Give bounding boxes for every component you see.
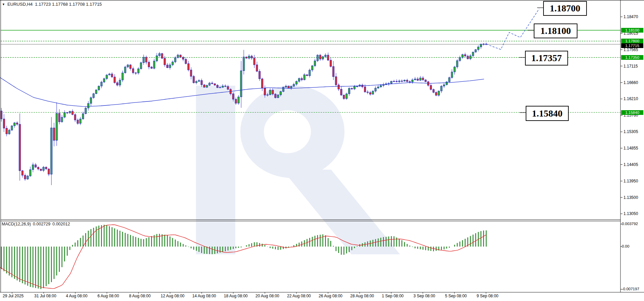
candle-body — [348, 88, 350, 94]
candle-body — [464, 54, 466, 56]
candle-body — [322, 56, 324, 59]
candle-body — [435, 92, 437, 95]
candle-body — [211, 83, 213, 84]
candle-body — [119, 80, 121, 85]
candle-body — [346, 94, 348, 98]
candle-body — [470, 56, 471, 59]
candle-body — [82, 114, 84, 119]
candle-body — [19, 124, 21, 171]
candle-body — [356, 86, 358, 87]
candle-body — [301, 79, 303, 80]
candle-body — [272, 90, 274, 94]
candle-body — [335, 77, 337, 85]
candle-body — [391, 81, 392, 84]
candle-body — [16, 123, 18, 124]
candle-body — [375, 88, 376, 91]
candle-body — [206, 85, 208, 87]
candle-body — [298, 79, 300, 82]
candle-body — [332, 67, 334, 77]
candle-body — [309, 70, 311, 76]
forecast-projection-line[interactable] — [486, 9, 539, 49]
candle-body — [22, 171, 23, 175]
candle-body — [414, 79, 416, 80]
ohlc-values: 1.17723 1.17768 1.17708 1.17715 — [35, 2, 102, 7]
candle-body — [32, 165, 34, 170]
candle-body — [127, 65, 129, 67]
candle-body — [372, 91, 374, 94]
candle-body — [24, 175, 26, 179]
candle-body — [40, 169, 42, 170]
candle-body — [45, 167, 47, 169]
candle-body — [219, 87, 221, 88]
candle-body — [288, 86, 289, 88]
candle-body — [140, 62, 142, 69]
candle-body — [201, 81, 202, 85]
candle-body — [72, 111, 73, 115]
macd-signal-line — [0, 225, 486, 289]
candle-body — [364, 87, 366, 92]
candle-body — [412, 80, 413, 82]
candle-body — [296, 81, 297, 84]
candle-body — [214, 84, 216, 85]
candle-body — [185, 59, 187, 64]
candle-body — [261, 79, 263, 88]
candle-body — [312, 66, 313, 70]
candle-body — [172, 62, 173, 65]
candle-body — [103, 79, 105, 82]
candle-body — [122, 73, 123, 80]
candle-body — [398, 81, 400, 82]
candle-body — [95, 90, 97, 94]
candle-body — [401, 81, 403, 82]
candle-body — [304, 75, 305, 80]
candle-body — [98, 86, 100, 90]
candle-body — [67, 113, 68, 113]
chart-canvas[interactable] — [0, 0, 644, 301]
candle-body — [216, 85, 218, 87]
candle-body — [58, 113, 60, 122]
candle-body — [30, 170, 31, 176]
candle-body — [74, 115, 76, 120]
candle-body — [253, 58, 255, 65]
candle-body — [351, 88, 353, 89]
candle-body — [137, 69, 139, 73]
candle-body — [198, 81, 200, 82]
candle-body — [8, 130, 10, 134]
candle-body — [277, 95, 279, 97]
candle-body — [325, 55, 326, 57]
candle-body — [246, 57, 247, 58]
candle-body — [209, 83, 210, 85]
candle-body — [69, 111, 71, 113]
candle-body — [50, 128, 52, 174]
candle-body — [87, 103, 89, 108]
candle-body — [174, 58, 176, 62]
candle-body — [193, 76, 195, 83]
broker-watermark-icon — [196, 85, 400, 254]
candle-body — [422, 78, 424, 80]
candle-body — [188, 63, 189, 70]
symbol-dropdown-arrow-icon[interactable]: ▼ — [2, 3, 5, 6]
candle-body — [369, 92, 371, 94]
candle-body — [196, 81, 197, 83]
candle-body — [433, 89, 434, 92]
candle-body — [6, 128, 7, 134]
candle-body — [151, 67, 152, 68]
candle-body — [169, 65, 171, 68]
candle-body — [383, 85, 384, 85]
candle-body — [240, 71, 242, 97]
candle-body — [153, 61, 155, 68]
macd-indicator-label: MACD(12,26,9) 0.002729 0.002012 — [2, 222, 70, 226]
candle-body — [267, 95, 268, 95]
candle-body — [48, 169, 50, 174]
candle-body — [441, 86, 442, 91]
candle-body — [317, 55, 318, 61]
candle-body — [409, 82, 411, 82]
candle-body — [417, 79, 418, 80]
candle-body — [161, 53, 163, 58]
macd-name: MACD(12,26,9) — [2, 222, 31, 226]
macd-signal-value: 0.002012 — [52, 222, 70, 226]
candle-body — [61, 117, 63, 122]
candle-body — [319, 55, 321, 59]
candle-body — [404, 80, 405, 81]
candle-body — [380, 85, 381, 87]
candle-body — [480, 44, 482, 47]
